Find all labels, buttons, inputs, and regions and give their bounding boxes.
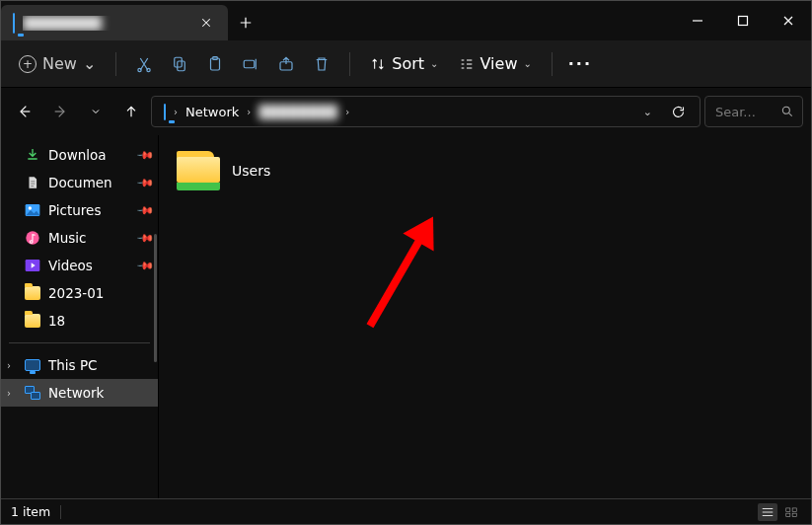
status-item-count: 1 item (11, 504, 50, 519)
titlebar: ████████ (1, 1, 811, 40)
new-button[interactable]: + New ⌄ (9, 48, 106, 80)
separator (60, 505, 61, 519)
folder-icon (25, 285, 40, 301)
sidebar-item-folder[interactable]: 18 (1, 307, 158, 335)
monitor-icon (164, 105, 166, 119)
minimize-button[interactable] (675, 1, 720, 40)
sidebar-item-network[interactable]: › Network (1, 379, 158, 407)
window-controls (675, 1, 811, 40)
view-button[interactable]: View ⌄ (449, 48, 542, 80)
svg-rect-3 (175, 57, 183, 67)
up-button[interactable] (115, 96, 147, 127)
file-explorer-window: ████████ + New ⌄ (0, 0, 812, 525)
nav-bar: › Network › ████████ › ⌄ (1, 88, 811, 135)
sidebar-item-documents[interactable]: Documen 📌 (1, 169, 158, 196)
svg-rect-16 (786, 513, 790, 517)
music-icon (25, 230, 40, 246)
sort-button-label: Sort (392, 54, 424, 73)
tab-title: ████████ (23, 16, 186, 31)
sidebar-item-label: 2023-01 (48, 285, 104, 301)
close-button[interactable] (766, 1, 811, 40)
separator (552, 52, 553, 76)
search-input[interactable] (713, 104, 775, 120)
svg-rect-15 (792, 507, 796, 511)
breadcrumb-root[interactable] (158, 101, 172, 123)
separator (115, 52, 116, 76)
recent-locations-button[interactable] (80, 96, 111, 127)
refresh-button[interactable] (662, 96, 694, 127)
details-view-button[interactable] (758, 503, 777, 521)
sidebar-item-label: Documen (48, 175, 112, 190)
videos-icon (25, 258, 40, 273)
view-icon (459, 56, 475, 72)
pin-icon: 📌 (135, 228, 154, 247)
address-bar[interactable]: › Network › ████████ › ⌄ (151, 96, 701, 127)
new-button-label: New (42, 54, 77, 73)
svg-rect-7 (245, 60, 256, 68)
breadcrumb-host[interactable]: ████████ (253, 101, 343, 123)
navigation-pane: Downloa 📌 Documen 📌 Pictures 📌 Music 📌 (1, 135, 159, 498)
content-pane[interactable]: Users (159, 135, 811, 498)
sidebar-item-label: This PC (48, 357, 97, 373)
rename-button[interactable] (233, 48, 268, 80)
pin-icon: 📌 (135, 200, 154, 219)
svg-point-2 (147, 68, 150, 71)
svg-rect-4 (178, 61, 185, 71)
chevron-right-icon[interactable]: › (343, 107, 351, 117)
breadcrumb-network[interactable]: Network (180, 101, 245, 123)
search-box[interactable] (704, 96, 803, 127)
chevron-right-icon[interactable]: › (7, 388, 11, 399)
sidebar-item-this-pc[interactable]: › This PC (1, 351, 158, 379)
chevron-right-icon[interactable]: › (245, 107, 253, 117)
tab-active[interactable]: ████████ (1, 5, 228, 40)
paste-button[interactable] (197, 48, 233, 80)
view-button-label: View (480, 54, 518, 73)
address-history-button[interactable]: ⌄ (633, 106, 662, 118)
document-icon (25, 175, 40, 190)
pin-icon: 📌 (135, 145, 154, 164)
status-bar: 1 item (1, 498, 811, 524)
svg-rect-17 (792, 513, 796, 517)
pictures-icon (25, 202, 40, 218)
sidebar-item-downloads[interactable]: Downloa 📌 (1, 141, 158, 169)
chevron-down-icon: ⌄ (523, 58, 531, 69)
separator (9, 342, 150, 343)
sidebar-item-folder[interactable]: 2023-01 (1, 279, 158, 307)
large-icons-view-button[interactable] (781, 503, 801, 521)
more-button[interactable]: ··· (562, 48, 598, 80)
pin-icon: 📌 (135, 173, 154, 191)
back-button[interactable] (9, 96, 40, 127)
sidebar-item-label: 18 (48, 313, 65, 329)
item-users-folder[interactable]: Users (177, 151, 354, 190)
command-bar: + New ⌄ Sort ⌄ View ⌄ ··· (1, 40, 811, 88)
maximize-button[interactable] (720, 1, 766, 40)
delete-button[interactable] (304, 48, 339, 80)
network-icon (25, 385, 40, 401)
svg-rect-14 (786, 507, 790, 511)
download-icon (25, 147, 40, 163)
chevron-right-icon[interactable]: › (172, 107, 180, 117)
annotation-arrow (367, 239, 423, 329)
chevron-right-icon[interactable]: › (7, 360, 11, 371)
copy-button[interactable] (162, 48, 197, 80)
scrollbar-thumb[interactable] (154, 234, 157, 362)
sidebar-item-music[interactable]: Music 📌 (1, 224, 158, 252)
this-pc-icon (25, 357, 40, 373)
tab-close-button[interactable] (194, 11, 218, 35)
sort-button[interactable]: Sort ⌄ (360, 48, 448, 80)
forward-button[interactable] (44, 96, 76, 127)
new-tab-button[interactable] (228, 5, 263, 40)
svg-point-9 (782, 107, 789, 113)
search-icon (780, 105, 794, 118)
share-button[interactable] (268, 48, 304, 80)
sidebar-item-pictures[interactable]: Pictures 📌 (1, 196, 158, 224)
sidebar-item-videos[interactable]: Videos 📌 (1, 252, 158, 279)
view-toggle (758, 503, 801, 521)
chevron-down-icon: ⌄ (430, 58, 438, 69)
sidebar-item-label: Music (48, 230, 86, 246)
cut-button[interactable] (126, 48, 162, 80)
monitor-icon (13, 14, 15, 33)
separator (349, 52, 350, 76)
sidebar-item-label: Network (48, 385, 104, 401)
svg-point-1 (138, 68, 141, 71)
